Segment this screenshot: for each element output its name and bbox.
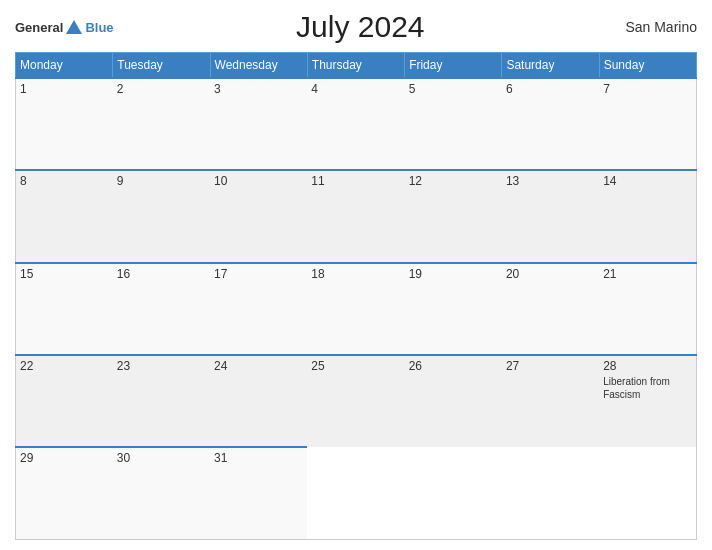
day-number: 25 [311,359,324,373]
calendar-cell: 4 [307,78,404,170]
calendar-week-row: 15161718192021 [16,263,697,355]
day-number: 11 [311,174,324,188]
header-monday: Monday [16,53,113,79]
calendar-cell: 31 [210,447,307,539]
header-saturday: Saturday [502,53,599,79]
header-friday: Friday [405,53,502,79]
calendar-cell: 20 [502,263,599,355]
calendar-week-row: 891011121314 [16,170,697,262]
day-number: 15 [20,267,33,281]
calendar-cell: 17 [210,263,307,355]
logo-general: General [15,20,63,35]
calendar-cell: 5 [405,78,502,170]
calendar-week-row: 1234567 [16,78,697,170]
header-thursday: Thursday [307,53,404,79]
day-number: 17 [214,267,227,281]
calendar-cell: 19 [405,263,502,355]
day-number: 2 [117,82,124,96]
calendar-cell: 28Liberation from Fascism [599,355,696,447]
day-number: 29 [20,451,33,465]
calendar-cell: 25 [307,355,404,447]
day-number: 28 [603,359,616,373]
day-number: 20 [506,267,519,281]
calendar-cell: 27 [502,355,599,447]
header-wednesday: Wednesday [210,53,307,79]
country-name: San Marino [607,19,697,35]
day-number: 18 [311,267,324,281]
day-number: 27 [506,359,519,373]
calendar-header: General Blue July 2024 San Marino [15,10,697,44]
calendar-page: General Blue July 2024 San Marino Monday… [0,0,712,550]
calendar-cell: 13 [502,170,599,262]
day-number: 16 [117,267,130,281]
calendar-cell: 9 [113,170,210,262]
day-number: 22 [20,359,33,373]
calendar-cell [599,447,696,539]
weekday-header-row: Monday Tuesday Wednesday Thursday Friday… [16,53,697,79]
day-number: 9 [117,174,124,188]
calendar-cell: 15 [16,263,113,355]
day-number: 1 [20,82,27,96]
calendar-week-row: 22232425262728Liberation from Fascism [16,355,697,447]
calendar-week-row: 293031 [16,447,697,539]
calendar-cell: 11 [307,170,404,262]
calendar-cell: 16 [113,263,210,355]
day-number: 13 [506,174,519,188]
calendar-cell: 8 [16,170,113,262]
day-number: 19 [409,267,422,281]
day-number: 23 [117,359,130,373]
calendar-cell [502,447,599,539]
day-number: 3 [214,82,221,96]
calendar-cell: 14 [599,170,696,262]
calendar-cell [405,447,502,539]
logo-triangle-icon [66,20,82,34]
day-number: 7 [603,82,610,96]
calendar-cell: 6 [502,78,599,170]
calendar-cell: 1 [16,78,113,170]
day-number: 21 [603,267,616,281]
calendar-cell: 10 [210,170,307,262]
day-number: 30 [117,451,130,465]
day-number: 5 [409,82,416,96]
calendar-cell: 22 [16,355,113,447]
calendar-title: July 2024 [114,10,607,44]
calendar-cell: 12 [405,170,502,262]
calendar-table: Monday Tuesday Wednesday Thursday Friday… [15,52,697,540]
day-number: 12 [409,174,422,188]
calendar-cell: 23 [113,355,210,447]
calendar-cell: 18 [307,263,404,355]
calendar-cell: 29 [16,447,113,539]
header-tuesday: Tuesday [113,53,210,79]
day-number: 6 [506,82,513,96]
logo: General Blue [15,20,114,35]
logo-blue: Blue [85,20,113,35]
holiday-label: Liberation from Fascism [603,375,692,401]
day-number: 24 [214,359,227,373]
header-sunday: Sunday [599,53,696,79]
day-number: 4 [311,82,318,96]
calendar-cell: 21 [599,263,696,355]
day-number: 14 [603,174,616,188]
calendar-cell: 2 [113,78,210,170]
calendar-cell: 3 [210,78,307,170]
day-number: 8 [20,174,27,188]
day-number: 31 [214,451,227,465]
day-number: 10 [214,174,227,188]
calendar-cell: 26 [405,355,502,447]
calendar-cell [307,447,404,539]
day-number: 26 [409,359,422,373]
calendar-cell: 7 [599,78,696,170]
calendar-cell: 30 [113,447,210,539]
calendar-cell: 24 [210,355,307,447]
